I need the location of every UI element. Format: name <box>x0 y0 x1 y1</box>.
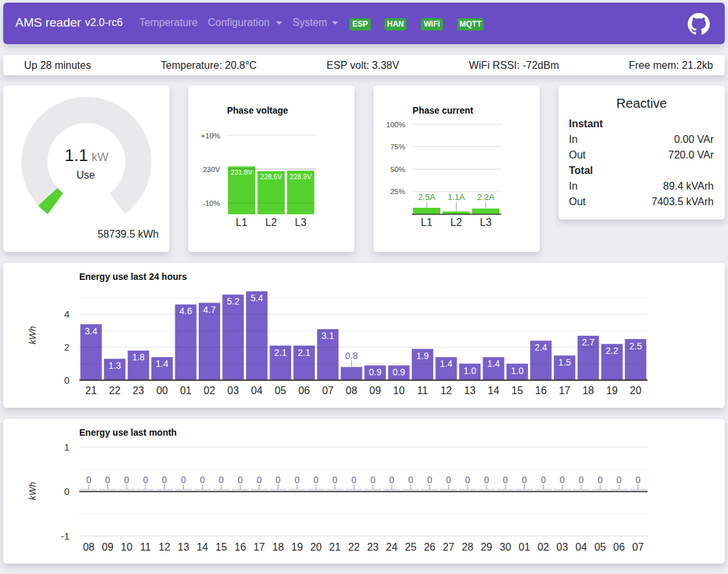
svg-text:03: 03 <box>227 385 239 396</box>
svg-text:12: 12 <box>440 385 452 396</box>
svg-text:Phase voltage: Phase voltage <box>227 105 288 116</box>
svg-text:2: 2 <box>64 342 69 353</box>
svg-text:27: 27 <box>443 542 455 553</box>
svg-text:4: 4 <box>64 308 69 319</box>
svg-text:07: 07 <box>633 542 644 553</box>
svg-text:30: 30 <box>499 542 511 553</box>
svg-text:kW: kW <box>92 151 108 164</box>
svg-text:01: 01 <box>519 542 531 553</box>
svg-text:L3: L3 <box>480 217 492 228</box>
svg-text:0: 0 <box>446 475 451 485</box>
svg-text:L3: L3 <box>295 217 307 228</box>
svg-text:0: 0 <box>86 475 92 485</box>
svg-text:19: 19 <box>292 542 303 553</box>
svg-text:10: 10 <box>393 385 405 396</box>
svg-text:2.2A: 2.2A <box>477 192 495 202</box>
svg-text:230V: 230V <box>203 166 220 173</box>
svg-text:0: 0 <box>408 475 414 485</box>
svg-text:15: 15 <box>216 542 227 553</box>
svg-text:20: 20 <box>310 542 322 553</box>
svg-text:28: 28 <box>462 542 473 553</box>
svg-text:4.7: 4.7 <box>203 305 216 315</box>
svg-text:22: 22 <box>109 385 121 396</box>
svg-text:08: 08 <box>83 542 95 553</box>
svg-text:15: 15 <box>512 385 523 396</box>
svg-text:5.2: 5.2 <box>227 296 240 306</box>
svg-text:0: 0 <box>162 475 167 485</box>
svg-text:05: 05 <box>594 542 606 553</box>
svg-text:2.1: 2.1 <box>274 347 287 358</box>
svg-text:22: 22 <box>348 542 360 553</box>
svg-text:0: 0 <box>465 475 470 485</box>
svg-text:0: 0 <box>314 475 319 485</box>
svg-text:1.8: 1.8 <box>132 352 145 362</box>
svg-text:13: 13 <box>464 385 476 396</box>
svg-text:0: 0 <box>351 475 357 485</box>
svg-text:Use: Use <box>77 169 95 181</box>
svg-text:1.4: 1.4 <box>487 358 500 369</box>
svg-text:08: 08 <box>345 385 357 396</box>
svg-text:Phase current: Phase current <box>412 105 473 116</box>
svg-text:0.9: 0.9 <box>369 367 382 377</box>
svg-text:03: 03 <box>557 542 568 553</box>
svg-text:1.4: 1.4 <box>156 358 169 369</box>
svg-text:1.3: 1.3 <box>108 360 121 371</box>
svg-text:09: 09 <box>370 385 381 396</box>
svg-text:25: 25 <box>405 542 417 553</box>
svg-text:Energy use last month: Energy use last month <box>79 427 177 438</box>
svg-text:29: 29 <box>481 542 492 553</box>
svg-text:1.1A: 1.1A <box>447 192 465 202</box>
svg-text:16: 16 <box>234 542 246 553</box>
svg-text:0: 0 <box>636 475 641 485</box>
svg-text:Energy use last 24 hours: Energy use last 24 hours <box>79 271 187 282</box>
svg-text:04: 04 <box>251 385 263 396</box>
svg-text:-1: -1 <box>61 530 69 542</box>
svg-text:kWh: kWh <box>27 326 38 344</box>
svg-text:2.7: 2.7 <box>582 337 595 347</box>
svg-text:16: 16 <box>535 385 547 396</box>
svg-text:18: 18 <box>583 385 594 396</box>
svg-text:0: 0 <box>124 475 129 485</box>
svg-text:2.2: 2.2 <box>606 345 619 356</box>
svg-text:26: 26 <box>424 542 436 553</box>
svg-text:0.8: 0.8 <box>345 351 358 361</box>
svg-text:75%: 75% <box>390 143 405 151</box>
svg-text:0: 0 <box>484 475 489 485</box>
svg-text:0: 0 <box>219 475 224 485</box>
svg-text:L2: L2 <box>451 217 462 228</box>
svg-text:50%: 50% <box>390 166 405 173</box>
svg-text:L1: L1 <box>421 217 433 228</box>
svg-text:21: 21 <box>85 385 97 396</box>
svg-text:0: 0 <box>541 475 546 485</box>
svg-text:58739.5 kWh: 58739.5 kWh <box>97 229 158 240</box>
svg-text:17: 17 <box>559 385 570 396</box>
svg-text:0: 0 <box>522 475 527 485</box>
svg-text:07: 07 <box>322 385 334 396</box>
svg-text:2.4: 2.4 <box>534 342 547 353</box>
svg-text:1.9: 1.9 <box>416 351 429 361</box>
svg-text:25%: 25% <box>390 188 405 195</box>
svg-text:0: 0 <box>560 475 565 485</box>
svg-text:0: 0 <box>181 475 186 485</box>
svg-text:2.1: 2.1 <box>298 347 311 358</box>
svg-text:2.5A: 2.5A <box>418 192 436 202</box>
svg-text:10: 10 <box>121 542 132 553</box>
svg-text:0: 0 <box>200 475 205 485</box>
svg-text:228.6V: 228.6V <box>260 173 282 181</box>
svg-text:04: 04 <box>575 542 587 553</box>
svg-text:24: 24 <box>386 542 397 553</box>
svg-text:2.5: 2.5 <box>629 341 642 351</box>
svg-text:0: 0 <box>64 486 69 497</box>
svg-text:00: 00 <box>157 385 168 396</box>
svg-text:21: 21 <box>329 542 341 553</box>
svg-text:1: 1 <box>64 442 69 453</box>
svg-text:0: 0 <box>427 475 433 485</box>
svg-text:0: 0 <box>295 475 300 485</box>
svg-text:1.5: 1.5 <box>559 357 571 368</box>
svg-text:0: 0 <box>370 475 375 485</box>
svg-text:0.9: 0.9 <box>392 367 405 377</box>
svg-text:20: 20 <box>630 385 642 396</box>
svg-text:1.1: 1.1 <box>65 145 88 165</box>
svg-text:3.1: 3.1 <box>321 331 334 341</box>
svg-text:05: 05 <box>275 385 286 396</box>
